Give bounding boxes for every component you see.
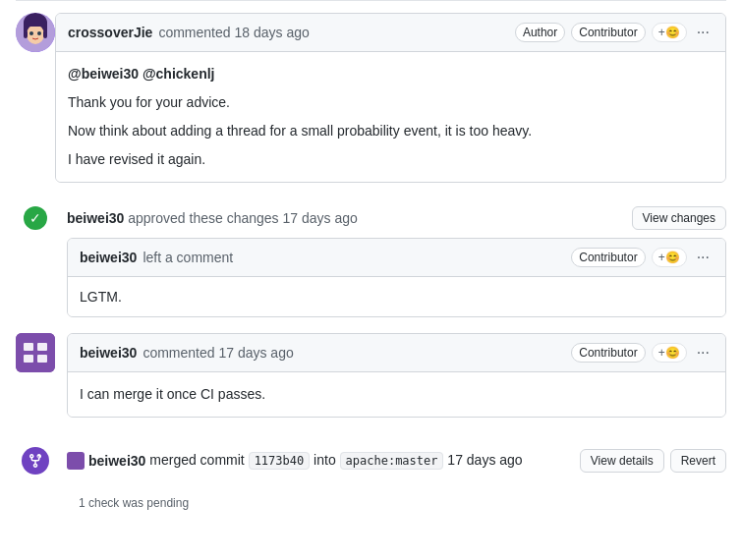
badge-author: Author <box>515 23 565 42</box>
comment-container-1: crossoverJie commented 18 days ago Autho… <box>55 13 726 183</box>
view-changes-button[interactable]: View changes <box>632 206 727 230</box>
inline-comment-header-left: beiwei30 left a comment <box>80 250 233 265</box>
merge-event: beiwei30 merged commit 1173b40 into apac… <box>16 433 726 488</box>
comment-line-1: @beiwei30 @chickenlj <box>68 64 713 84</box>
comment-action-2: commented 17 days ago <box>143 345 293 361</box>
review-event-content: beiwei30 approved these changes 17 days … <box>67 198 726 317</box>
merge-event-wrapper: beiwei30 merged commit 1173b40 into apac… <box>16 433 726 510</box>
emoji-button-1[interactable]: +😊 <box>652 23 687 42</box>
view-details-button[interactable]: View details <box>580 449 664 473</box>
svg-rect-9 <box>24 343 33 351</box>
comment-header-2: beiwei30 commented 17 days ago Contribut… <box>68 334 725 372</box>
svg-point-5 <box>37 31 41 35</box>
merge-actor[interactable]: beiwei30 <box>88 451 145 472</box>
more-menu-1[interactable]: ··· <box>693 22 713 43</box>
comment-body-2: I can merge it once CI passes. <box>68 372 725 417</box>
svg-point-3 <box>27 25 44 44</box>
merge-buttons: View details Revert <box>580 449 726 473</box>
avatar-beiwei30-2 <box>16 333 55 372</box>
svg-point-4 <box>29 31 33 35</box>
inline-comment-lgtm: beiwei30 left a comment Contributor +😊 ·… <box>67 238 726 317</box>
svg-rect-6 <box>24 30 28 38</box>
badge-contributor-inline: Contributor <box>571 248 645 267</box>
emoji-button-2[interactable]: +😊 <box>652 343 687 363</box>
lgtm-text: LGTM. <box>80 289 122 305</box>
svg-rect-11 <box>24 355 33 363</box>
comment-block-1: crossoverJie commented 18 days ago Autho… <box>16 13 726 183</box>
more-menu-2[interactable]: ··· <box>693 342 713 364</box>
comment-author-2[interactable]: beiwei30 <box>80 345 137 361</box>
reviewer-name[interactable]: beiwei30 <box>67 210 124 226</box>
more-menu-inline[interactable]: ··· <box>693 247 713 268</box>
comment-header-right-2: Contributor +😊 ··· <box>571 342 713 364</box>
comment-header-left-2: beiwei30 commented 17 days ago <box>80 345 294 361</box>
merge-event-content: beiwei30 merged commit 1173b40 into apac… <box>67 449 726 473</box>
inline-comment-action: left a comment <box>143 250 233 265</box>
svg-rect-8 <box>16 333 55 372</box>
review-event: ✓ beiwei30 approved these changes 17 day… <box>16 198 726 317</box>
pending-check-text: 1 check was pending <box>79 496 726 510</box>
comment-line-3: Now think about adding a thread for a sm… <box>68 121 713 141</box>
review-event-header: beiwei30 approved these changes 17 days … <box>67 198 726 230</box>
svg-rect-7 <box>43 30 47 38</box>
comment-body-1: @beiwei30 @chickenlj Thank you for your … <box>56 52 725 182</box>
emoji-button-inline[interactable]: +😊 <box>652 248 687 267</box>
comment-line-2: Thank you for your advice. <box>68 92 713 113</box>
inline-comment-body: LGTM. <box>68 277 725 316</box>
svg-rect-10 <box>37 343 47 351</box>
svg-rect-12 <box>37 355 47 363</box>
comment-header-left-1: crossoverJie commented 18 days ago <box>68 25 310 40</box>
inline-comment-author[interactable]: beiwei30 <box>80 250 137 265</box>
comment-header-right-1: Author Contributor +😊 ··· <box>515 22 713 43</box>
avatar-crossoverjie <box>16 13 55 52</box>
merge-event-text: beiwei30 merged commit 1173b40 into apac… <box>67 450 523 472</box>
comment-block-2: beiwei30 commented 17 days ago Contribut… <box>16 333 726 418</box>
revert-button[interactable]: Revert <box>670 449 726 473</box>
comment-text-2: I can merge it once CI passes. <box>80 384 713 405</box>
comment-header-1: crossoverJie commented 18 days ago Autho… <box>56 14 725 52</box>
inline-comment-header: beiwei30 left a comment Contributor +😊 ·… <box>68 239 725 277</box>
comment-author-1[interactable]: crossoverJie <box>68 25 152 40</box>
review-event-icon: ✓ <box>16 198 55 238</box>
comment-action-1: commented 18 days ago <box>158 25 309 40</box>
merge-icon <box>22 447 49 475</box>
comment-line-4: I have revised it again. <box>68 149 713 170</box>
inline-comment-header-right: Contributor +😊 ··· <box>571 247 713 268</box>
badge-contributor-1: Contributor <box>571 23 645 42</box>
badge-contributor-2: Contributor <box>571 343 645 363</box>
review-event-text: beiwei30 approved these changes 17 days … <box>67 210 358 226</box>
check-circle-icon: ✓ <box>24 206 47 230</box>
comment-container-2: beiwei30 commented 17 days ago Contribut… <box>67 333 726 418</box>
merge-icon-wrap <box>16 441 55 480</box>
